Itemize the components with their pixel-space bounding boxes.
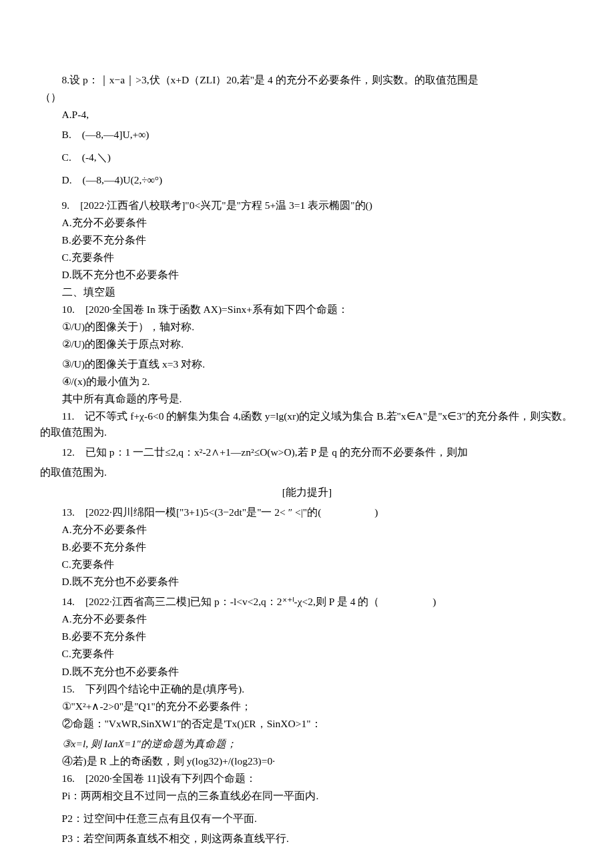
q8-option-d: D. (—8,—4)U(2,÷∞°): [40, 172, 574, 188]
q9-stem: 9. [2022·江西省八校联考]"0<兴兀"是"方程 5+温 3=1 表示椭圆…: [40, 197, 574, 213]
q15-line3-text: ③x=l, 则 IanX=1"的逆命题为真命题；: [62, 738, 237, 749]
q15-line4: ④若)是 R 上的奇函数，则 y(log32)+/(log23)=0·: [40, 753, 574, 769]
q9-option-d: D.既不充分也不必要条件: [40, 267, 574, 283]
q14-option-c: C.充要条件: [40, 646, 574, 662]
q10-stem: 10. [2020·全国卷 In 珠于函数 AX)=Sinx+系有如下四个命题：: [40, 302, 574, 318]
q13-option-d: D.既不充分也不必要条件: [40, 574, 574, 590]
q12-stem: 12. 已知 p：1 一二廿≤2,q：x²-2∧+1—zn²≤O(w>O),若 …: [40, 444, 574, 460]
q14-option-a: A.充分不必要条件: [40, 611, 574, 627]
q10-line2: ②/U)的图像关于原点对称.: [40, 336, 574, 352]
q8-stem-line2: （）: [40, 89, 574, 105]
q8-option-c: C. (-4,＼): [40, 149, 574, 165]
q13-stem: 13. [2022·四川绵阳一模["3+1)5<(3−2dt"是"一 2< ″ …: [40, 504, 574, 520]
q14-stem: 14. [2022·江西省高三二模]已知 p：-l<v<2,q：2ˣ⁺ˡ-χ<2…: [40, 594, 574, 610]
q15-line2: ②命题："VxWR,SinXW1"的否定是'Tx()£R，SinXO>1"：: [40, 716, 574, 732]
q9-option-b: B.必要不充分条件: [40, 232, 574, 248]
q13-option-c: C.充要条件: [40, 556, 574, 572]
q15-line1: ①"X²+∧-2>0"是"Q1"的充分不必要条件；: [40, 699, 574, 715]
q16-line2: P2：过空间中任意三点有且仅有一个平面.: [40, 811, 574, 827]
section-heading-ability: [能力提升]: [40, 484, 574, 500]
q12-cont: 的取值范围为.: [40, 464, 574, 480]
q16-line1: Pi：两两相交且不过同一点的三条直线必在同一平面内.: [40, 788, 574, 804]
q10-line4: ④/(x)的最小值为 2.: [40, 374, 574, 390]
section-heading-fill: 二、填空题: [40, 284, 574, 300]
q8-option-b: B. (—8,—4]U,+∞): [40, 127, 574, 143]
q15-stem: 15. 下列四个结论中正确的是(填序号).: [40, 681, 574, 697]
q10-line1: ①/U)的图像关于），轴对称.: [40, 319, 574, 335]
q15-line3: ③x=l, 则 IanX=1"的逆命题为真命题；: [40, 736, 574, 752]
q16-line3: P3：若空间两条直线不相交，则这两条直线平行.: [40, 831, 574, 847]
q11-stem: 11. 记不等式 f+χ-6<0 的解集为集合 4,函数 y=lg(xr)的定义…: [40, 408, 574, 440]
q13-option-b: B.必要不充分条件: [40, 539, 574, 555]
q14-option-d: D.既不充分也不必要条件: [40, 664, 574, 680]
q8-stem-line1: 8.设 p：｜x−a｜>3,伏（x+D（ZLI）20,若"是 4 的充分不必要条…: [40, 72, 574, 88]
q14-option-b: B.必要不充分条件: [40, 628, 574, 644]
q9-option-c: C.充要条件: [40, 250, 574, 266]
q10-line5: 其中所有真命题的序号是.: [40, 391, 574, 407]
q9-option-a: A.充分不必要条件: [40, 215, 574, 231]
q10-line3: ③/U)的图像关于直线 x=3 对称.: [40, 356, 574, 372]
q13-option-a: A.充分不必要条件: [40, 522, 574, 538]
q16-stem: 16. [2020·全国卷 11]设有下列四个命题：: [40, 771, 574, 787]
q8-option-a: A.P-4,: [40, 107, 574, 123]
